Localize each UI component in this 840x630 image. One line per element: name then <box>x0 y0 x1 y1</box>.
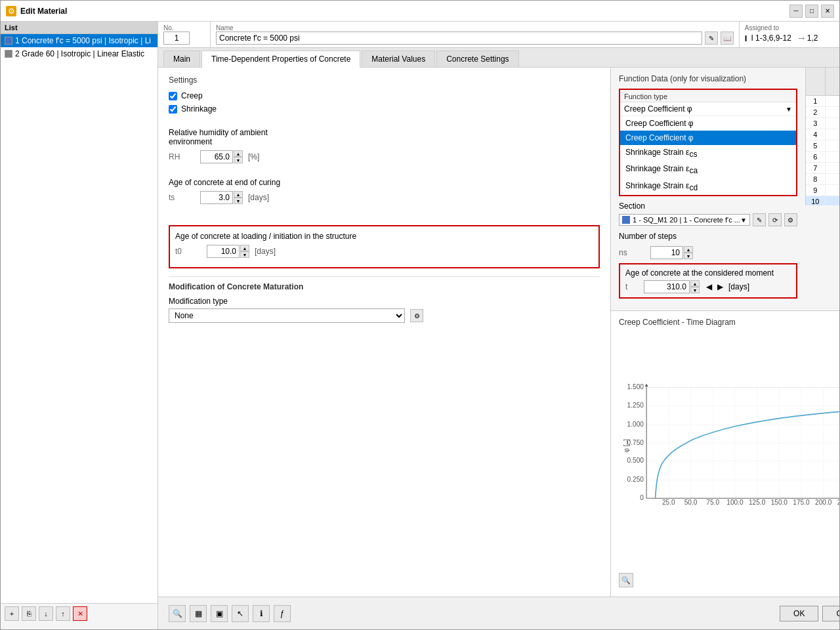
age-curing-stepper: ▲ ▼ <box>234 191 243 204</box>
age-curing-input-row: ts ▲ ▼ [days] <box>169 191 600 204</box>
section-settings-button[interactable]: ⚙ <box>784 213 797 226</box>
age-curing-decrement[interactable]: ▼ <box>234 198 243 204</box>
shrinkage-checkbox[interactable] <box>169 105 177 114</box>
ns-decrement[interactable]: ▼ <box>684 253 693 259</box>
window-title: Edit Material <box>20 7 786 16</box>
function-type-dropdown[interactable]: Function type Creep Coefficient φ ▼ Cree… <box>619 89 797 196</box>
chart-svg: 0 0.250 0.500 0.750 1.000 1.250 1.500 25… <box>619 329 839 568</box>
close-button[interactable]: ✕ <box>821 5 834 18</box>
no-input[interactable] <box>163 32 190 45</box>
age-loading-decrement[interactable]: ▼ <box>240 251 249 258</box>
function-type-selected[interactable]: Creep Coefficient φ ▼ <box>620 102 796 116</box>
svg-marker-45 <box>645 384 648 387</box>
age-loading-increment[interactable]: ▲ <box>240 245 249 251</box>
svg-text:1.000: 1.000 <box>627 421 644 428</box>
section-refresh-button[interactable]: ⟳ <box>768 213 782 226</box>
tab-concset[interactable]: Concrete Settings <box>436 51 518 67</box>
svg-text:200.0: 200.0 <box>815 499 832 507</box>
t-decrement[interactable]: ▼ <box>690 287 700 293</box>
td-time: 14.5 <box>826 129 839 140</box>
option-shrinkage-cd[interactable]: Shrinkage Strain εcd <box>620 178 796 195</box>
t-input[interactable] <box>644 280 690 293</box>
option-creep-coeff1[interactable]: Creep Coefficient φ <box>620 116 796 131</box>
rh-increment[interactable]: ▲ <box>234 150 243 157</box>
cancel-button[interactable]: Cancel <box>822 606 839 621</box>
mod-settings-button[interactable]: ⚙ <box>410 309 423 322</box>
age-loading-unit: [days] <box>255 247 276 256</box>
creep-checkbox[interactable] <box>169 92 177 100</box>
copy-item-button[interactable]: ⎘ <box>22 606 36 621</box>
select-button[interactable]: ▣ <box>211 605 228 622</box>
shrinkage-checkbox-row: Shrinkage <box>169 104 600 114</box>
td-no: 9 <box>806 185 826 196</box>
mod-type-select[interactable]: None <box>169 308 405 323</box>
ns-input[interactable] <box>650 246 683 259</box>
zoom-button[interactable]: 🔍 <box>619 573 633 587</box>
list-item[interactable]: 2 Grade 60 | Isotropic | Linear Elastic <box>1 47 158 60</box>
age-loading-input[interactable] <box>207 245 240 258</box>
nav-prev-icon[interactable]: ◀ <box>706 282 712 291</box>
table-header: Timet [days] Creep Coefficientφ [–] <box>806 68 839 96</box>
nav-next-icon[interactable]: ▶ <box>717 282 723 291</box>
chart-container: 0 0.250 0.500 0.750 1.000 1.250 1.500 25… <box>619 329 839 568</box>
table-row: 3 12.1 0.399 <box>806 118 839 129</box>
assigned-value: I 1-3,6,9-12 <box>751 33 791 43</box>
rh-decrement[interactable]: ▼ <box>234 157 243 163</box>
pointer-button[interactable]: ↖ <box>232 605 249 622</box>
list-item-label: 1 Concrete f'c = 5000 psi | Isotropic | … <box>15 36 151 45</box>
book-button[interactable]: 📖 <box>721 32 734 45</box>
settings-title: Settings <box>169 75 600 85</box>
name-input[interactable] <box>216 32 702 45</box>
assigned-value2: 1,2 <box>807 33 818 43</box>
t-increment[interactable]: ▲ <box>690 280 700 287</box>
table-row: 9 105.1 1.195 <box>806 185 839 196</box>
table-button[interactable]: ▦ <box>190 605 207 622</box>
add-item-button[interactable]: + <box>5 606 19 621</box>
option-shrinkage-ca[interactable]: Shrinkage Strain εca <box>620 161 796 178</box>
footer-buttons: OK Cancel Apply <box>780 606 839 621</box>
assigned-label: Assigned to <box>745 24 839 32</box>
edit-name-button[interactable]: ✎ <box>705 32 718 45</box>
option-creep-coeff2[interactable]: Creep Coefficient φ <box>620 131 796 145</box>
svg-text:φ [–]: φ [–] <box>623 439 630 453</box>
td-no: 6 <box>806 152 826 162</box>
svg-text:175.0: 175.0 <box>793 499 810 507</box>
shrinkage-label: Shrinkage <box>181 104 217 114</box>
list-bottom: + ⎘ ↓ ↑ ✕ <box>1 603 158 629</box>
export-button[interactable]: ↑ <box>56 606 70 621</box>
section-edit-button[interactable]: ✎ <box>753 213 766 226</box>
list-item[interactable]: 1 Concrete f'c = 5000 psi | Isotropic | … <box>1 34 158 47</box>
tab-main[interactable]: Main <box>163 51 200 67</box>
formula-button[interactable]: ƒ <box>274 605 291 622</box>
section-select[interactable]: 1 - SQ_M1 20 | 1 - Concrete f'c ... ▼ <box>619 214 750 226</box>
function-data-section: Function Data (only for visualization) F… <box>611 68 805 310</box>
chart-header: Creep Coefficient - Time Diagram lin X /… <box>619 318 839 327</box>
ns-stepper: ▲ ▼ <box>684 246 693 259</box>
maximize-button[interactable]: □ <box>805 5 818 18</box>
td-time: 18.8 <box>826 140 839 151</box>
main-content: List 1 Concrete f'c = 5000 psi | Isotrop… <box>1 22 839 629</box>
import-button[interactable]: ↓ <box>39 606 53 621</box>
age-curing-input[interactable] <box>200 191 233 204</box>
ns-increment[interactable]: ▲ <box>684 246 693 253</box>
rh-input[interactable] <box>200 150 233 163</box>
tab-matval[interactable]: Material Values <box>362 51 435 67</box>
table-row: 1 10.0 0.000 <box>806 96 839 107</box>
mod-type-label: Modification type <box>169 297 600 306</box>
name-label: Name <box>216 24 734 32</box>
minimize-button[interactable]: ─ <box>789 5 803 18</box>
option-shrinkage-cs[interactable]: Shrinkage Strain εcs <box>620 145 796 161</box>
age-loading-spinner: ▲ ▼ <box>207 245 249 258</box>
content-area: Settings Creep Shrinkage Relative humidi… <box>158 68 839 597</box>
td-time: 26.3 <box>826 152 839 162</box>
age-curing-increment[interactable]: ▲ <box>234 191 243 198</box>
delete-item-button[interactable]: ✕ <box>73 606 87 621</box>
ok-button[interactable]: OK <box>780 606 818 621</box>
info-button[interactable]: ℹ <box>253 605 270 622</box>
chart-left-tools: 🔍 <box>619 573 633 587</box>
assigned-value-row: I I 1-3,6,9-12 🡒 1,2 ⚙ <box>745 32 839 45</box>
td-time: 105.1 <box>826 185 839 196</box>
tab-timedep[interactable]: Time-Dependent Properties of Concrete <box>201 51 360 68</box>
search-button[interactable]: 🔍 <box>169 605 186 622</box>
svg-text:125.0: 125.0 <box>749 499 766 507</box>
